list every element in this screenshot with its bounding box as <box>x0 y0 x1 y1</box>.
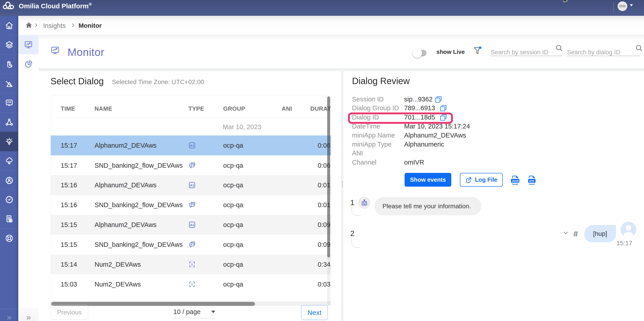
svg-text:A1: A1 <box>190 184 194 187</box>
svg-text:1: 1 <box>191 262 193 266</box>
svg-text:A1: A1 <box>190 144 194 147</box>
svg-text:RTF: RTF <box>529 180 534 182</box>
svg-text:JSON: JSON <box>512 180 519 182</box>
svg-text:1: 1 <box>191 282 193 286</box>
svg-text:A1: A1 <box>190 223 194 227</box>
